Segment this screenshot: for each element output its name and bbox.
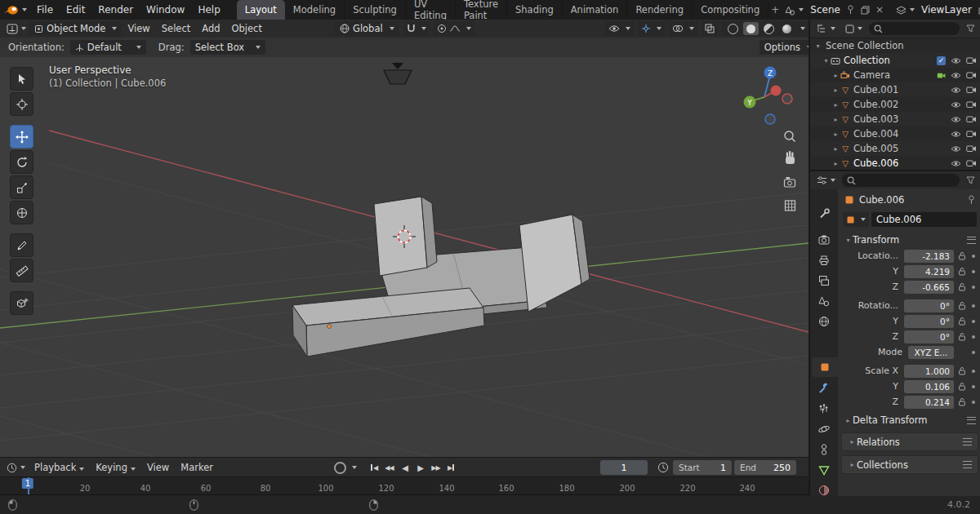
new-scene-icon[interactable] — [858, 6, 873, 15]
menu-select[interactable]: Select — [156, 23, 196, 34]
preview-range-clock-icon[interactable] — [656, 461, 670, 475]
outliner-row-cube006[interactable]: ▸ ▽ Cube.006 — [810, 156, 980, 170]
outliner-row-camera[interactable]: ▸ Camera — [810, 68, 980, 82]
location-x-field[interactable]: -2.183 — [904, 250, 954, 263]
animate-dot[interactable] — [969, 335, 978, 339]
animate-dot[interactable] — [969, 255, 978, 258]
tab-particles[interactable] — [810, 399, 838, 419]
disable-render-icon[interactable] — [966, 71, 977, 79]
nav-gizmo[interactable]: Z Y — [744, 67, 793, 125]
current-frame-field[interactable]: 1 — [600, 460, 648, 475]
3d-viewport[interactable]: Z Y User Perspectiv — [0, 57, 808, 457]
pin-id-icon[interactable] — [968, 195, 975, 205]
tab-object-data[interactable] — [810, 460, 838, 480]
outliner-item-label[interactable]: Cube.004 — [853, 128, 898, 140]
animate-dot[interactable] — [969, 401, 978, 404]
snap-toggle[interactable] — [403, 21, 430, 36]
animate-dot[interactable] — [969, 385, 978, 388]
section-menu-icon[interactable] — [963, 438, 972, 445]
show-overlays-toggle[interactable] — [669, 21, 697, 36]
outliner-item-label[interactable]: Cube.005 — [853, 143, 898, 154]
collapse-icon[interactable]: ▾ — [822, 57, 831, 64]
disable-render-icon[interactable] — [966, 86, 977, 94]
play-reverse-button[interactable]: ◀ — [398, 461, 412, 475]
expand-icon[interactable]: ▸ — [831, 160, 840, 167]
auto-keyframe-record-button[interactable] — [333, 461, 347, 475]
frame-end-field[interactable]: End 250 — [734, 460, 796, 475]
animate-dot[interactable] — [969, 270, 978, 273]
orientation-default-dropdown[interactable]: Default — [70, 40, 146, 55]
rotation-y-field[interactable]: 0° — [904, 315, 954, 328]
unlink-scene-icon[interactable]: × — [873, 4, 886, 16]
rotation-mode-dropdown[interactable]: XYZ E... — [908, 346, 954, 359]
pan-hand-icon[interactable] — [786, 151, 795, 164]
tool-annotate[interactable] — [10, 233, 33, 257]
mesh-objects[interactable] — [292, 197, 590, 357]
menu-window[interactable]: Window — [140, 0, 191, 20]
object-mode-dropdown[interactable]: Object Mode — [29, 21, 122, 36]
disable-render-icon[interactable] — [966, 56, 977, 64]
object-name-field[interactable]: Cube.006 — [871, 212, 977, 227]
menu-object[interactable]: Object — [226, 23, 268, 34]
tab-object[interactable] — [812, 357, 838, 377]
lock-icon[interactable] — [956, 332, 969, 341]
expand-icon[interactable]: ▸ — [831, 101, 840, 109]
shading-rendered-button[interactable] — [779, 22, 795, 35]
tab-output[interactable] — [810, 250, 838, 270]
menu-keying[interactable]: Keying — [90, 462, 141, 473]
lock-icon[interactable] — [956, 397, 969, 406]
timeline-editor-icon[interactable] — [3, 463, 29, 473]
collapse-icon[interactable]: ▾ — [844, 237, 853, 244]
outliner-search-input[interactable] — [869, 22, 960, 35]
lock-icon[interactable] — [956, 282, 969, 291]
jump-to-start-button[interactable]: ◀ — [367, 461, 381, 475]
tab-render[interactable] — [810, 230, 838, 250]
hide-eye-icon[interactable] — [951, 57, 961, 64]
workspace-tab-modeling[interactable]: Modeling — [285, 0, 345, 20]
scene-icon[interactable] — [782, 5, 807, 16]
camera-object[interactable] — [384, 63, 412, 84]
workspace-tab-rendering[interactable]: Rendering — [627, 0, 693, 20]
menu-render[interactable]: Render — [91, 0, 140, 20]
properties-search-input[interactable] — [842, 174, 960, 187]
menu-help[interactable]: Help — [191, 0, 226, 20]
menu-edit[interactable]: Edit — [60, 0, 91, 20]
workspace-tab-shading[interactable]: Shading — [507, 0, 563, 20]
menu-playback[interactable]: Playback — [29, 462, 90, 473]
workspace-tab-texture-paint[interactable]: Texture Paint — [456, 0, 507, 20]
outliner-row-cube002[interactable]: ▸ ▽ Cube.002 — [810, 97, 980, 112]
tool-add-cube[interactable] — [10, 291, 33, 315]
snap-dropdown-icon[interactable] — [421, 27, 426, 30]
workspace-tab-sculpting[interactable]: Sculpting — [345, 0, 406, 20]
shading-solid-button[interactable] — [743, 22, 759, 35]
play-button[interactable]: ▶ — [413, 461, 427, 475]
outliner-display-mode-dropdown[interactable] — [842, 24, 866, 33]
outliner-row-cube004[interactable]: ▸ ▽ Cube.004 — [810, 126, 980, 141]
tab-world[interactable] — [810, 312, 838, 331]
tab-physics[interactable] — [810, 419, 838, 439]
hide-eye-icon[interactable] — [951, 131, 961, 138]
outliner-item-label[interactable]: Cube.006 — [853, 157, 898, 169]
outliner-item-label[interactable]: Cube.002 — [853, 99, 898, 110]
ortho-grid-icon[interactable] — [786, 201, 795, 210]
jump-to-end-button[interactable]: ▶ — [444, 461, 458, 475]
expand-icon[interactable]: ▸ — [831, 116, 840, 123]
record-dropdown-icon[interactable] — [352, 466, 357, 469]
expand-icon[interactable]: ▸ — [831, 131, 840, 138]
hide-eye-icon[interactable] — [951, 86, 961, 94]
workspace-tab-layout[interactable]: Layout — [237, 0, 285, 20]
lock-icon[interactable] — [956, 366, 969, 375]
new-viewlayer-icon[interactable] — [975, 6, 980, 15]
collections-section[interactable]: ▸ Collections — [841, 455, 978, 474]
outliner-editor-icon[interactable] — [813, 24, 839, 33]
shading-wireframe-button[interactable] — [725, 22, 741, 35]
frame-start-field[interactable]: Start 1 — [673, 460, 732, 475]
lock-icon[interactable] — [956, 317, 969, 326]
outliner-row-cube003[interactable]: ▸ ▽ Cube.003 — [810, 112, 980, 126]
section-menu-icon[interactable] — [967, 417, 976, 424]
tool-transform[interactable] — [10, 201, 33, 224]
breadcrumb-object-label[interactable]: Cube.006 — [859, 194, 904, 206]
shading-dropdown-icon[interactable] — [800, 27, 805, 30]
outliner-row-cube005[interactable]: ▸ ▽ Cube.005 — [810, 141, 980, 156]
tool-rotate[interactable] — [10, 150, 33, 174]
